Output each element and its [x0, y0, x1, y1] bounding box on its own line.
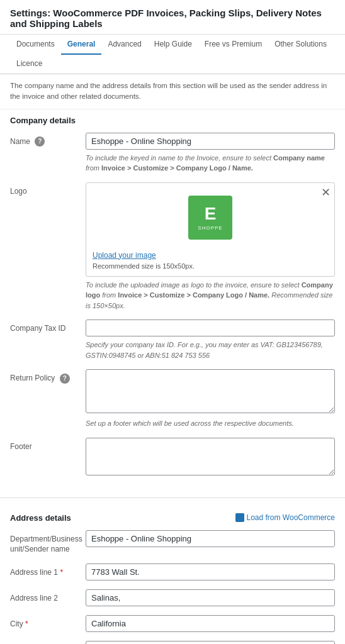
dept-input[interactable] [86, 530, 335, 547]
name-hint: To include the keyed in name to the Invo… [86, 153, 335, 174]
footer-content [86, 438, 335, 477]
tab-licence[interactable]: Licence [10, 54, 48, 74]
info-bar: The company name and the address details… [0, 74, 345, 109]
city-row: City * [10, 615, 335, 632]
address1-label: Address line 1 * [10, 564, 86, 578]
country-row: Country/State * United States (US) — Cal… [10, 641, 335, 644]
tab-documents[interactable]: Documents [10, 35, 61, 55]
return-policy-textarea[interactable] [86, 369, 335, 413]
tab-general[interactable]: General [61, 35, 102, 55]
tax-id-content: Specify your company tax ID. For e.g., y… [86, 319, 335, 360]
return-policy-row: Return Policy ? Set up a footer which wi… [10, 369, 335, 429]
logo-box: ✕ E SHOPPE Upload your image Recommended… [86, 182, 335, 277]
country-select[interactable]: United States (US) — California United S… [86, 641, 335, 644]
address1-row: Address line 1 * [10, 564, 335, 580]
logo-upload-link[interactable]: Upload your image [93, 251, 328, 260]
address2-content [86, 589, 335, 606]
name-input[interactable] [86, 133, 335, 150]
tab-advanced[interactable]: Advanced [101, 35, 147, 55]
company-details-section: Company details Name ? To include the ke… [0, 109, 345, 492]
logo-image-area: E SHOPPE [93, 189, 328, 246]
dept-content [86, 530, 335, 547]
footer-label: Footer [10, 438, 86, 452]
dept-label: Department/Business unit/Sender name [10, 530, 86, 555]
tax-id-row: Company Tax ID Specify your company tax … [10, 319, 335, 360]
logo-letter: E [205, 204, 217, 224]
name-help-icon[interactable]: ? [35, 136, 45, 147]
city-input[interactable] [86, 615, 335, 632]
address2-label: Address line 2 [10, 589, 86, 604]
logo-content: ✕ E SHOPPE Upload your image Recommended… [86, 182, 335, 311]
tab-free-vs-premium[interactable]: Free vs Premium [198, 35, 268, 55]
city-content [86, 615, 335, 632]
dept-row: Department/Business unit/Sender name [10, 530, 335, 555]
logo-text: SHOPPE [198, 225, 222, 231]
footer-textarea[interactable] [86, 438, 335, 475]
return-policy-label: Return Policy ? [10, 369, 86, 384]
name-label: Name ? [10, 133, 86, 147]
country-label: Country/State * [10, 641, 86, 644]
tax-id-input[interactable] [86, 319, 335, 336]
company-details-title: Company details [10, 116, 335, 125]
load-icon [235, 513, 244, 522]
page-title: Settings: WooCommerce PDF Invoices, Pack… [0, 0, 345, 35]
address-section-header: Address details Load from WooCommerce [10, 513, 335, 523]
logo-label: Logo [10, 182, 86, 197]
logo-row: Logo ✕ E SHOPPE Upload your image Recomm… [10, 182, 335, 311]
address-section-title: Address details [10, 513, 71, 523]
address1-input[interactable] [86, 564, 335, 580]
load-from-woocommerce-link[interactable]: Load from WooCommerce [235, 513, 336, 522]
return-policy-help-icon[interactable]: ? [60, 374, 70, 384]
logo-close-icon[interactable]: ✕ [321, 187, 331, 198]
tabs-nav: Documents General Advanced Help Guide Fr… [0, 35, 345, 74]
logo-rec-text: Recommended size is 150x50px. [93, 262, 328, 270]
name-content: To include the keyed in name to the Invo… [86, 133, 335, 174]
city-label: City * [10, 615, 86, 630]
footer-row: Footer [10, 438, 335, 477]
tab-other-solutions[interactable]: Other Solutions [268, 35, 333, 55]
country-content: United States (US) — California United S… [86, 641, 335, 644]
name-row: Name ? To include the keyed in name to t… [10, 133, 335, 174]
logo-icon-box: E SHOPPE [188, 196, 232, 240]
tax-id-hint: Specify your company tax ID. For e.g., y… [86, 340, 335, 360]
address1-content [86, 564, 335, 580]
tax-id-label: Company Tax ID [10, 319, 86, 334]
return-policy-content: Set up a footer which will be used acros… [86, 369, 335, 429]
address-details-section: Address details Load from WooCommerce De… [0, 507, 345, 645]
tab-help-guide[interactable]: Help Guide [148, 35, 198, 55]
address2-input[interactable] [86, 589, 335, 606]
return-policy-hint: Set up a footer which will be used acros… [86, 418, 335, 429]
address2-row: Address line 2 [10, 589, 335, 606]
logo-hint: To include the uploaded image as logo to… [86, 280, 335, 311]
